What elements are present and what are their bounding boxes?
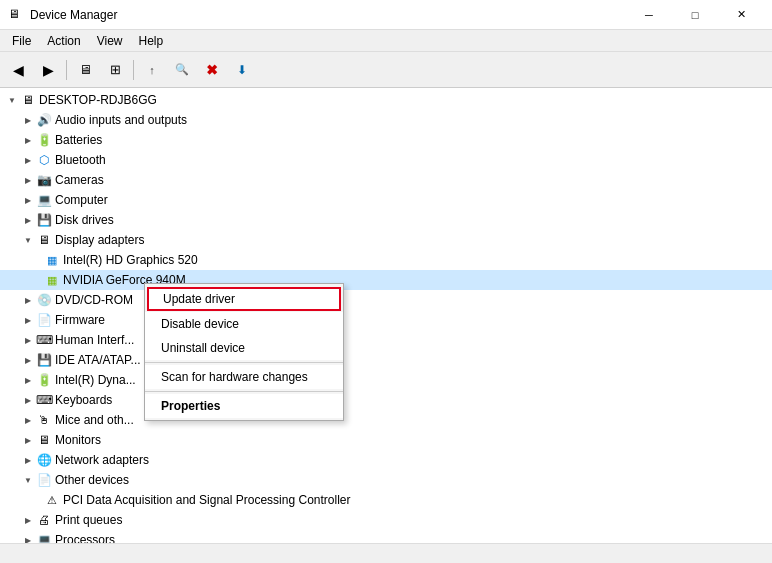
update-driver-button[interactable]: ↑ <box>138 56 166 84</box>
bluetooth-label: Bluetooth <box>55 153 106 167</box>
audio-label: Audio inputs and outputs <box>55 113 187 127</box>
batteries-label: Batteries <box>55 133 102 147</box>
intel-gpu-expander <box>36 252 44 268</box>
context-sep-1 <box>145 362 343 363</box>
disk-expander[interactable]: ▶ <box>20 212 36 228</box>
hid-label: Human Interf... <box>55 333 134 347</box>
tree-item-mice[interactable]: ▶ 🖱 Mice and oth... <box>0 410 772 430</box>
pci-icon: ⚠ <box>44 492 60 508</box>
tree-item-hid[interactable]: ▶ ⌨ Human Interf... <box>0 330 772 350</box>
intel-gpu-icon: ▦ <box>44 252 60 268</box>
context-scan-hardware[interactable]: Scan for hardware changes <box>145 365 343 389</box>
tree-item-nvidia[interactable]: ▦ NVIDIA GeForce 940M <box>0 270 772 290</box>
firmware-label: Firmware <box>55 313 105 327</box>
back-button[interactable]: ◀ <box>4 56 32 84</box>
context-update-driver[interactable]: Update driver <box>147 287 341 311</box>
tree-item-intel-gpu[interactable]: ▦ Intel(R) HD Graphics 520 <box>0 250 772 270</box>
tree-item-monitors[interactable]: ▶ 🖥 Monitors <box>0 430 772 450</box>
scan-hardware-button[interactable]: 🔍 <box>168 56 196 84</box>
tree-item-cameras[interactable]: ▶ 📷 Cameras <box>0 170 772 190</box>
tree-item-audio[interactable]: ▶ 🔊 Audio inputs and outputs <box>0 110 772 130</box>
batteries-expander[interactable]: ▶ <box>20 132 36 148</box>
main-area: ▼ 🖥 DESKTOP-RDJB6GG ▶ 🔊 Audio inputs and… <box>0 88 772 543</box>
intel-dyn-icon: 🔋 <box>36 372 52 388</box>
context-menu: Update driver Disable device Uninstall d… <box>144 283 344 421</box>
context-properties[interactable]: Properties <box>145 394 343 418</box>
computer-expander[interactable]: ▶ <box>20 192 36 208</box>
nvidia-expander <box>36 272 44 288</box>
dvd-expander[interactable]: ▶ <box>20 292 36 308</box>
tree-item-keyboards[interactable]: ▶ ⌨ Keyboards <box>0 390 772 410</box>
maximize-button[interactable]: □ <box>672 0 718 30</box>
tree-root[interactable]: ▼ 🖥 DESKTOP-RDJB6GG <box>0 90 772 110</box>
root-expander[interactable]: ▼ <box>4 92 20 108</box>
menu-action[interactable]: Action <box>39 32 88 50</box>
tree-item-processors[interactable]: ▶ 💻 Processors <box>0 530 772 543</box>
close-button[interactable]: ✕ <box>718 0 764 30</box>
tree-item-network[interactable]: ▶ 🌐 Network adapters <box>0 450 772 470</box>
other-expander[interactable]: ▼ <box>20 472 36 488</box>
batteries-icon: 🔋 <box>36 132 52 148</box>
nvidia-icon: ▦ <box>44 272 60 288</box>
monitors-icon: 🖥 <box>36 432 52 448</box>
tree-item-firmware[interactable]: ▶ 📄 Firmware <box>0 310 772 330</box>
monitors-label: Monitors <box>55 433 101 447</box>
tree-view[interactable]: ▼ 🖥 DESKTOP-RDJB6GG ▶ 🔊 Audio inputs and… <box>0 88 772 543</box>
tree-item-display[interactable]: ▼ 🖥 Display adapters <box>0 230 772 250</box>
tree-item-print[interactable]: ▶ 🖨 Print queues <box>0 510 772 530</box>
context-disable-device[interactable]: Disable device <box>145 312 343 336</box>
audio-expander[interactable]: ▶ <box>20 112 36 128</box>
install-button[interactable]: ⬇ <box>228 56 256 84</box>
context-sep-2 <box>145 391 343 392</box>
intel-gpu-label: Intel(R) HD Graphics 520 <box>63 253 198 267</box>
intel-dyn-expander[interactable]: ▶ <box>20 372 36 388</box>
pci-expander <box>36 492 44 508</box>
tree-item-computer[interactable]: ▶ 💻 Computer <box>0 190 772 210</box>
toolbar-sep-1 <box>66 60 67 80</box>
menu-view[interactable]: View <box>89 32 131 50</box>
processors-label: Processors <box>55 533 115 543</box>
firmware-icon: 📄 <box>36 312 52 328</box>
mice-expander[interactable]: ▶ <box>20 412 36 428</box>
firmware-expander[interactable]: ▶ <box>20 312 36 328</box>
tree-item-ide[interactable]: ▶ 💾 IDE ATA/ATAP... <box>0 350 772 370</box>
processors-icon: 💻 <box>36 532 52 543</box>
print-label: Print queues <box>55 513 122 527</box>
menu-help[interactable]: Help <box>131 32 172 50</box>
context-uninstall-device[interactable]: Uninstall device <box>145 336 343 360</box>
tree-item-pci[interactable]: ⚠ PCI Data Acquisition and Signal Proces… <box>0 490 772 510</box>
ide-icon: 💾 <box>36 352 52 368</box>
display-label: Display adapters <box>55 233 144 247</box>
title-bar: 🖥 Device Manager ─ □ ✕ <box>0 0 772 30</box>
display-icon: 🖥 <box>36 232 52 248</box>
intel-dyn-label: Intel(R) Dyna... <box>55 373 136 387</box>
audio-icon: 🔊 <box>36 112 52 128</box>
tree-item-intel-dyn[interactable]: ▶ 🔋 Intel(R) Dyna... <box>0 370 772 390</box>
tree-item-bluetooth[interactable]: ▶ ⬡ Bluetooth <box>0 150 772 170</box>
tree-item-dvd[interactable]: ▶ 💿 DVD/CD-ROM <box>0 290 772 310</box>
minimize-button[interactable]: ─ <box>626 0 672 30</box>
keyboards-expander[interactable]: ▶ <box>20 392 36 408</box>
processors-expander[interactable]: ▶ <box>20 532 36 543</box>
tree-item-batteries[interactable]: ▶ 🔋 Batteries <box>0 130 772 150</box>
display-expander[interactable]: ▼ <box>20 232 36 248</box>
network-icon: 🌐 <box>36 452 52 468</box>
title-bar-controls: ─ □ ✕ <box>626 0 764 30</box>
properties-button[interactable]: ⊞ <box>101 56 129 84</box>
tree-item-disk[interactable]: ▶ 💾 Disk drives <box>0 210 772 230</box>
hid-expander[interactable]: ▶ <box>20 332 36 348</box>
menu-file[interactable]: File <box>4 32 39 50</box>
ide-expander[interactable]: ▶ <box>20 352 36 368</box>
bluetooth-expander[interactable]: ▶ <box>20 152 36 168</box>
tree-item-other[interactable]: ▼ 📄 Other devices <box>0 470 772 490</box>
network-expander[interactable]: ▶ <box>20 452 36 468</box>
keyboards-label: Keyboards <box>55 393 112 407</box>
forward-button[interactable]: ▶ <box>34 56 62 84</box>
cameras-expander[interactable]: ▶ <box>20 172 36 188</box>
network-label: Network adapters <box>55 453 149 467</box>
computer-button[interactable]: 🖥 <box>71 56 99 84</box>
app-icon: 🖥 <box>8 7 24 23</box>
print-expander[interactable]: ▶ <box>20 512 36 528</box>
uninstall-button[interactable]: ✖ <box>198 56 226 84</box>
monitors-expander[interactable]: ▶ <box>20 432 36 448</box>
